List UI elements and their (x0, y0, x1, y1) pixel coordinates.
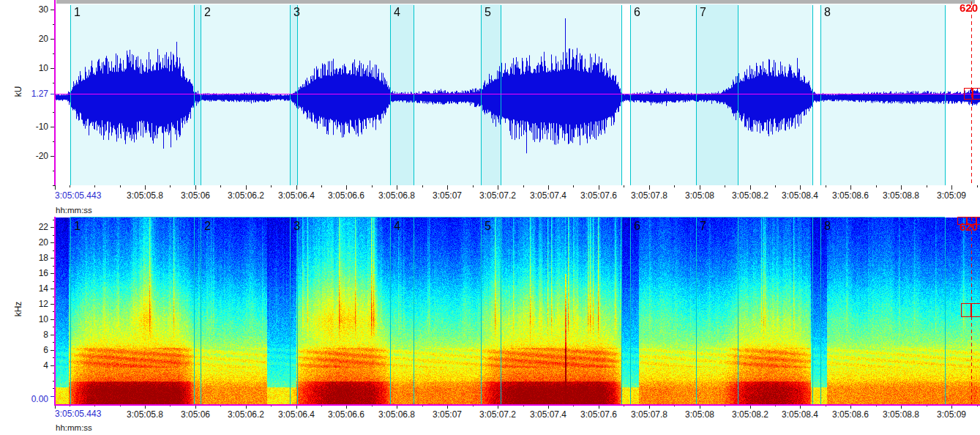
spectrogram-bottom-border (54, 404, 980, 406)
selection-top-border (70, 217, 945, 218)
selection-boundary-line[interactable] (414, 5, 414, 185)
time-axis-tick (750, 185, 751, 190)
time-axis-tick-label: 3:05:07.6 (580, 190, 617, 201)
selection-boundary-line[interactable] (945, 5, 946, 185)
segment-number-label[interactable]: 5 (485, 220, 491, 233)
spectrogram-left-border (54, 217, 56, 406)
selection-boundary-line[interactable] (390, 218, 391, 404)
time-axis-start-label-bottom: 3:05:05.443 (55, 409, 101, 419)
time-axis-tick-label: 3:05:08.4 (782, 409, 818, 420)
selection-boundary-line[interactable] (738, 5, 738, 185)
event-marker-label-waveform[interactable]: 620 (960, 1, 978, 14)
time-axis-tick (649, 185, 650, 190)
selection-boundary-line[interactable] (414, 218, 414, 404)
y-axis-tick-label: 12 (19, 299, 48, 309)
selection-boundary-line[interactable] (820, 5, 821, 185)
time-axis-tick (346, 185, 347, 190)
selection-boundary-line[interactable] (501, 218, 501, 404)
time-axis-tick-label: 3:05:07.4 (530, 409, 566, 420)
segment-number-label[interactable]: 3 (293, 6, 300, 19)
time-axis-tick-label: 3:05:09 (937, 190, 966, 201)
selection-boundary-line[interactable] (290, 5, 291, 185)
segment-number-label[interactable]: 4 (394, 6, 400, 19)
selection-boundary-line[interactable] (390, 5, 391, 185)
selection-boundary-line[interactable] (290, 218, 291, 404)
spectrogram-cursor-level-label: 0.00 (19, 394, 48, 404)
segment-number-label[interactable]: 7 (700, 6, 706, 19)
segment-number-label[interactable]: 8 (824, 6, 831, 19)
time-axis-minor-tick (422, 185, 423, 187)
time-axis-tick-label: 3:05:08.8 (883, 190, 919, 201)
segment-number-label[interactable]: 6 (634, 6, 640, 19)
time-axis-minor-tick (372, 185, 373, 187)
selection-boundary-line[interactable] (201, 218, 201, 404)
time-axis-tick-label: 3:05:06.2 (228, 190, 264, 201)
measurement-box[interactable] (970, 303, 980, 317)
y-axis-tick-label: 8 (19, 330, 48, 340)
time-axis-tick-label: 3:05:06.4 (278, 409, 315, 420)
selection-boundary-line[interactable] (194, 5, 195, 185)
segment-number-label[interactable]: 2 (204, 6, 211, 19)
time-axis-minor-tick (826, 185, 826, 187)
waveform-cursor-level-line[interactable] (55, 94, 980, 94)
segment-number-label[interactable]: 6 (634, 220, 640, 233)
segment-number-label[interactable]: 1 (74, 220, 81, 233)
y-axis-tick-label: 10 (19, 63, 48, 73)
time-axis-minor-tick (775, 185, 776, 187)
selection-boundary-line[interactable] (501, 5, 501, 185)
time-axis-tick-label: 3:05:06.6 (328, 409, 364, 420)
selection-boundary-line[interactable] (621, 5, 622, 185)
segment-number-label[interactable]: 3 (293, 220, 300, 233)
segment-number-label[interactable]: 7 (700, 220, 706, 233)
event-marker-label-spectrogram[interactable]: 620 (960, 220, 978, 233)
waveform-cursor-level-label: 1.27 (19, 89, 48, 99)
selection-boundary-line[interactable] (812, 218, 813, 404)
y-axis-tick-label: 20 (19, 34, 48, 44)
selection-boundary-line[interactable] (297, 5, 298, 185)
selection-boundary-line[interactable] (297, 218, 298, 404)
selection-boundary-line[interactable] (630, 5, 631, 185)
time-axis-tick-label: 3:05:07 (433, 409, 462, 420)
time-axis-tick (800, 185, 801, 190)
time-axis-tick-label: 3:05:06 (181, 190, 210, 201)
selection-boundary-line[interactable] (696, 5, 697, 185)
scroll-position-bar[interactable] (56, 0, 975, 4)
segment-number-label[interactable]: 2 (204, 220, 211, 233)
time-axis-start-label-top: 3:05:05.443 (55, 190, 101, 201)
measurement-box[interactable] (972, 88, 980, 100)
time-axis-tick-label: 3:05:06 (181, 409, 210, 420)
selection-boundary-line[interactable] (70, 218, 71, 404)
time-axis-tick (447, 185, 448, 190)
selection-boundary-line[interactable] (481, 5, 482, 185)
segment-number-label[interactable]: 5 (485, 6, 491, 19)
selection-boundary-line[interactable] (820, 218, 821, 404)
time-axis-tick-label: 3:05:08.6 (832, 190, 869, 201)
time-axis-minor-tick (120, 185, 121, 187)
time-axis-unit-top: hh:mm:ss (56, 206, 92, 215)
segment-number-label[interactable]: 4 (394, 220, 400, 233)
time-axis-tick-label: 3:05:07.2 (479, 190, 516, 201)
selection-boundary-line[interactable] (70, 5, 71, 185)
y-axis-tick-label: 16 (19, 268, 48, 278)
time-axis-tick-label: 3:05:08.6 (832, 409, 869, 420)
selection-boundary-line[interactable] (621, 218, 622, 404)
time-axis-tick (195, 185, 196, 190)
time-axis-tick-label: 3:05:08.4 (782, 190, 818, 201)
segment-number-label[interactable]: 8 (824, 220, 831, 233)
selection-boundary-line[interactable] (481, 218, 482, 404)
time-axis-minor-tick (220, 185, 221, 187)
time-axis-minor-tick (271, 185, 272, 187)
selection-boundary-line[interactable] (201, 5, 201, 185)
time-axis-tick-label: 3:05:07.8 (631, 190, 667, 201)
time-axis-tick (397, 185, 397, 190)
selection-boundary-line[interactable] (696, 218, 697, 404)
time-axis-tick-label: 3:05:06.8 (378, 409, 415, 420)
time-axis-tick (951, 185, 952, 190)
selection-boundary-line[interactable] (738, 218, 738, 404)
selection-boundary-line[interactable] (630, 218, 631, 404)
segment-number-label[interactable]: 1 (74, 6, 81, 19)
selection-boundary-line[interactable] (194, 218, 195, 404)
selection-boundary-line[interactable] (945, 218, 946, 404)
selection-boundary-line[interactable] (812, 5, 813, 185)
time-axis-tick (700, 185, 700, 190)
